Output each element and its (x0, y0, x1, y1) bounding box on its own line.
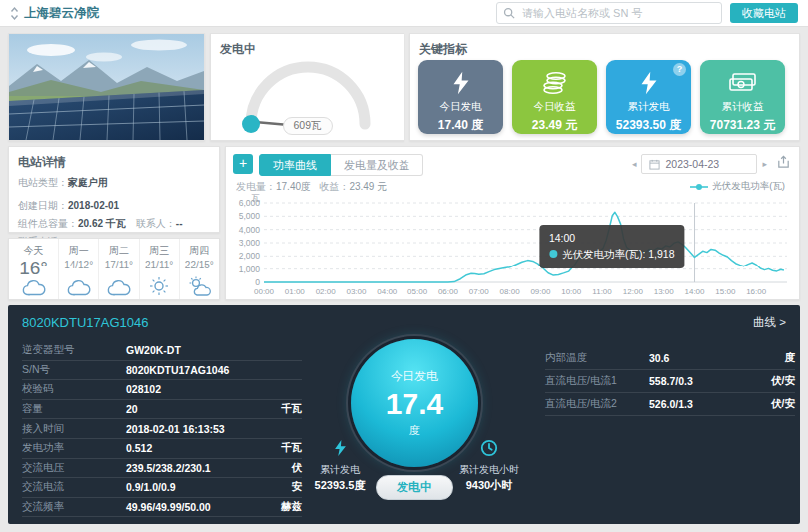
station-switch-icon (10, 6, 19, 21)
search-icon (503, 7, 515, 19)
inverter-row: 直流电压/电流2526.0/1.3伏/安 (545, 393, 795, 416)
inverter-row: 直流电压/电流1558.7/0.3伏/安 (545, 370, 795, 393)
inverter-row-label: 交流频率 (22, 500, 126, 514)
date-picker[interactable]: 2023-04-23 (641, 154, 757, 174)
today-generation-label: 今日发电 (391, 368, 438, 385)
inverter-right-table: 内部温度30.6度直流电压/电流1558.7/0.3伏/安直流电压/电流2526… (545, 347, 795, 416)
total-hours-stat: 累计发电小时 9430小时 (450, 439, 528, 493)
gauge-power-value: 609瓦 (282, 117, 332, 135)
detail-row: 组件总容量：20.62 千瓦联系人：-- (18, 217, 210, 230)
energy-value: 17.40度 (276, 181, 311, 192)
weather-day-temp: 14/12° (59, 260, 98, 270)
solar-dashboard-page: 上海碧云净院 收藏电站 (0, 0, 808, 532)
svg-text:2,000: 2,000 (239, 251, 261, 261)
station-selector[interactable]: 上海碧云净院 (10, 5, 99, 22)
sun-icon (144, 276, 175, 296)
weather-forecast-card: 今天16°周一14/12°周二17/11°周三21/11°周四22/15° (8, 238, 220, 300)
curve-link[interactable]: 曲线 > (753, 315, 786, 330)
inverter-row-value: 526.0/1.3 (649, 398, 759, 410)
svg-text:12:00: 12:00 (623, 287, 644, 296)
inverter-row-unit: 安 (266, 480, 302, 494)
coins-icon (541, 68, 569, 98)
svg-text:04:00: 04:00 (377, 287, 398, 296)
svg-text:16:00: 16:00 (746, 287, 767, 296)
help-badge[interactable]: ? (673, 63, 686, 76)
topbar: 上海碧云净院 收藏电站 (0, 0, 808, 27)
chart-tabs: 功率曲线 发电量及收益 (259, 154, 423, 176)
key-indicators-title: 关键指标 (419, 41, 467, 58)
inverter-row: 容量20千瓦 (22, 400, 302, 420)
inverter-sn-title: 8020KDTU17AG1046 (22, 315, 148, 330)
detail-field: 电站类型：家庭户用 (18, 176, 108, 189)
chart-legend[interactable]: 光伏发电功率(瓦) (690, 180, 785, 193)
search-input[interactable] (520, 6, 715, 20)
today-generation-unit: 度 (409, 423, 420, 438)
indicator-value: 17.40 度 (438, 117, 483, 134)
svg-text:03:00: 03:00 (346, 287, 367, 296)
detail-label: 创建日期： (18, 200, 68, 211)
svg-text:6,000: 6,000 (239, 198, 261, 208)
inverter-row-value: 028102 (126, 383, 266, 395)
svg-text:01:00: 01:00 (285, 287, 306, 296)
detail-field: 组件总容量：20.62 千瓦 (18, 217, 126, 230)
next-day-arrow[interactable]: ▸ (760, 159, 769, 169)
solar-panels-photo (9, 34, 204, 140)
inverter-row-unit: 伏/安 (759, 397, 795, 411)
svg-text:07:00: 07:00 (469, 287, 490, 296)
svg-text:10:00: 10:00 (561, 287, 582, 296)
detail-field: 联系人：-- (136, 217, 183, 230)
inverter-row-label: 直流电压/电流1 (545, 374, 649, 388)
inverter-row: 交流电压239.5/238.2/230.1伏 (22, 459, 302, 479)
svg-text:05:00: 05:00 (407, 287, 428, 296)
inverter-row: 交流频率49.96/49.99/50.00赫兹 (22, 498, 302, 518)
weather-day-name: 周一 (59, 244, 98, 258)
inverter-row-label: 逆变器型号 (22, 343, 126, 357)
inverter-row: 校验码028102 (22, 380, 302, 400)
weather-day-0: 今天16° (9, 239, 59, 299)
export-icon[interactable] (776, 155, 791, 174)
inverter-row-unit: 伏/安 (759, 374, 795, 388)
station-name: 上海碧云净院 (24, 5, 99, 22)
legend-text: 光伏发电功率(瓦) (712, 180, 785, 193)
detail-row: 电站类型：家庭户用创建日期：2018-02-01 (18, 176, 210, 212)
indicator-card-3: 累计收益70731.23 元 (700, 60, 785, 134)
today-generation-value: 17.4 (386, 387, 443, 421)
favorite-station-button[interactable]: 收藏电站 (730, 3, 798, 23)
station-photo-card (8, 33, 205, 141)
inverter-row-unit: 千瓦 (266, 402, 302, 416)
tab-generation-income[interactable]: 发电量及收益 (331, 154, 423, 176)
indicator-card-1: 今日收益23.49 元 (512, 60, 597, 134)
detail-value: 2018-02-01 (68, 200, 119, 211)
svg-text:06:00: 06:00 (438, 287, 459, 296)
inverter-row: 发电功率0.512千瓦 (22, 439, 302, 459)
inverter-row-value: 8020KDTU17AG1046 (126, 364, 266, 376)
inverter-row: S/N号8020KDTU17AG1046 (22, 361, 302, 381)
weather-day-3: 周三21/11° (140, 239, 180, 299)
bolt-icon (333, 439, 348, 457)
inverter-row-unit: 伏 (266, 461, 302, 475)
inverter-row-value: 20 (126, 403, 266, 415)
station-detail-card: 电站详情 电站类型：家庭户用创建日期：2018-02-01组件总容量：20.62… (8, 146, 220, 233)
detail-value: -- (176, 218, 183, 229)
detail-label: 组件总容量： (18, 218, 78, 229)
station-detail-title: 电站详情 (18, 154, 210, 171)
indicator-card-2: ?累计发电52393.50 度 (606, 60, 691, 134)
indicator-value: 70731.23 元 (710, 117, 775, 134)
selected-date: 2023-04-23 (665, 158, 719, 170)
generating-status-button[interactable]: 发电中 (376, 475, 453, 500)
detail-value: 20.62 千瓦 (78, 218, 126, 229)
svg-text:00:00: 00:00 (254, 287, 275, 296)
power-line-chart[interactable]: 瓦01,0002,0003,0004,0005,0006,00000:0001:… (230, 193, 797, 296)
prev-day-arrow[interactable]: ◂ (630, 159, 639, 169)
inverter-row-unit: 赫兹 (266, 500, 302, 514)
power-curve-card: + 功率曲线 发电量及收益 ◂ 2023-04-23 ▸ (225, 146, 800, 300)
total-generation-value: 52393.5度 (301, 478, 379, 493)
weather-day-temp: 22/15° (180, 260, 219, 270)
key-indicators-card: 关键指标 今日发电17.40 度今日收益23.49 元?累计发电52393.50… (409, 33, 800, 141)
expand-chart-button[interactable]: + (233, 154, 253, 174)
sun-cloud-icon (184, 276, 215, 296)
svg-text:1,000: 1,000 (239, 265, 261, 274)
tab-power-curve[interactable]: 功率曲线 (259, 154, 331, 176)
svg-text:14:00: 14:00 (685, 287, 706, 296)
inverter-row: 逆变器型号GW20K-DT (22, 341, 302, 361)
